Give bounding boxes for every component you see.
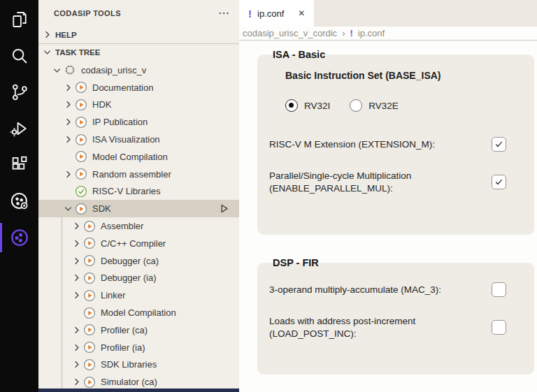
play-icon (75, 99, 87, 111)
config-form: ISA - BasicBasic Instruction Set (BASE_I… (239, 41, 537, 392)
search-icon[interactable] (0, 38, 38, 74)
tree-item-debugger-ia[interactable]: Debugger (ia) (38, 270, 239, 287)
close-icon[interactable]: ✕ (298, 8, 305, 18)
chevron-right-icon[interactable] (62, 168, 74, 180)
chevron-right-icon[interactable] (71, 359, 83, 370)
checkbox-unchecked[interactable] (492, 320, 506, 335)
field-label: RISC-V M Extension (EXTENSION_M): (269, 138, 479, 151)
tree-item-codasip-urisc-v[interactable]: codasip_urisc_v (38, 61, 239, 79)
tab-label: ip.conf (257, 8, 284, 19)
field-label: 3-operand multiply-accumulate (MAC_3): (269, 284, 479, 296)
twisty-spacer (62, 151, 74, 162)
chevron-right-icon[interactable] (71, 273, 83, 284)
run-and-debug-icon[interactable] (0, 110, 38, 147)
tree-item-documentation[interactable]: Documentation (38, 79, 239, 96)
breadcrumb-separator: › (342, 28, 345, 38)
warning-icon: ! (248, 8, 252, 20)
chevron-right-icon[interactable] (71, 238, 83, 249)
chevron-right-icon[interactable] (71, 342, 83, 353)
twisty-spacer (62, 186, 74, 197)
tree-item-risc-v-libraries[interactable]: RISC-V Libraries (38, 183, 239, 201)
source-control-icon[interactable] (0, 74, 38, 110)
tree-item-label: Assembler (101, 221, 143, 231)
chevron-down-icon[interactable] (51, 64, 63, 75)
tree-item-sdk-libraries[interactable]: SDK Libraries (38, 356, 239, 374)
task-tree: codasip_urisc_vDocumentationHDKIP Public… (38, 61, 239, 392)
tree-item-random-assembler[interactable]: Random assembler (38, 166, 239, 183)
checkbox-checked[interactable] (492, 175, 506, 189)
chevron-right-icon[interactable] (62, 117, 74, 128)
chevron-right-icon[interactable] (62, 82, 74, 93)
sidebar-title: CODASIP TOOLS (54, 9, 121, 17)
tree-item-model-compilation[interactable]: Model Compilation (38, 148, 239, 166)
tree-item-label: SDK (92, 203, 111, 214)
breadcrumb: codasip_urisc_v_cordic › ! ip.conf (239, 27, 537, 41)
tree-item-label: ISA Visualization (92, 134, 160, 145)
tree-item-label: Random assembler (92, 169, 171, 180)
tree-item-model-compilation[interactable]: Model Compilation (38, 304, 239, 321)
section-title: DSP - FIR (273, 257, 319, 268)
section-task-tree[interactable]: TASK TREE (38, 44, 239, 61)
checkbox-unchecked[interactable] (492, 282, 506, 297)
chevron-right-icon[interactable] (62, 99, 74, 110)
chevron-right-icon[interactable] (71, 324, 83, 335)
radio-option-rv32e[interactable]: RV32E (350, 99, 399, 112)
play-icon (83, 254, 96, 267)
play-icon (83, 341, 96, 354)
extensions-icon[interactable] (0, 147, 38, 183)
radio-label: RV32I (304, 101, 330, 111)
field-label: Loads with address post-increment (LOAD_… (269, 315, 479, 340)
warning-icon: ! (350, 28, 352, 38)
tree-item-linker[interactable]: Linker (38, 286, 239, 304)
breadcrumb-project[interactable]: codasip_urisc_v_cordic (243, 28, 337, 38)
run-task-icon[interactable] (219, 203, 239, 214)
chevron-right-icon[interactable] (71, 255, 83, 266)
codasip-tools-active-icon[interactable] (0, 219, 38, 256)
sidebar-header: CODASIP TOOLS ⋯ (38, 0, 239, 27)
radio-rv32e[interactable] (350, 99, 362, 112)
tree-item-c-c-compiler[interactable]: C/C++ Compiler (38, 235, 239, 252)
activity-bar (0, 0, 38, 392)
tree-item-label: Debugger (ia) (101, 273, 157, 283)
tree-item-profiler-ia[interactable]: Profiler (ia) (38, 339, 239, 356)
tree-item-label: SDK Libraries (101, 359, 157, 370)
play-icon (75, 81, 87, 94)
tree-item-sdk[interactable]: SDK (38, 200, 239, 217)
chevron-right-icon[interactable] (71, 221, 83, 232)
chevron-right-icon[interactable] (62, 134, 74, 145)
section-task-tree-label: TASK TREE (55, 48, 100, 57)
tree-item-isa-visualization[interactable]: ISA Visualization (38, 131, 239, 148)
chevron-right-icon[interactable] (71, 290, 83, 301)
tab-ip-conf[interactable]: ! ip.conf ✕ (239, 0, 314, 27)
tree-item-label: C/C++ Compiler (101, 238, 166, 249)
tree-item-label: Debugger (ca) (101, 256, 159, 266)
tree-item-debugger-ca[interactable]: Debugger (ca) (38, 252, 239, 270)
tree-item-label: codasip_urisc_v (81, 65, 146, 75)
checkbox-checked[interactable] (492, 137, 506, 152)
tree-item-profiler-ca[interactable]: Profiler (ca) (38, 321, 239, 339)
app-window: CODASIP TOOLS ⋯ HELP TASK TREE codasip_u… (0, 0, 537, 392)
config-field-parallel-single-cycle-multiplication-enable-parallel-mul: Parallel/Single-cycle Multiplication (EN… (269, 170, 506, 195)
field-label: Parallel/Single-cycle Multiplication (EN… (269, 170, 479, 195)
more-actions-icon[interactable]: ⋯ (218, 8, 229, 19)
check-icon (75, 185, 87, 198)
chevron-right-icon[interactable] (71, 377, 83, 388)
sidebar: CODASIP TOOLS ⋯ HELP TASK TREE codasip_u… (38, 0, 239, 392)
radio-option-rv32i[interactable]: RV32I (285, 99, 330, 112)
tree-item-hdk[interactable]: HDK (38, 96, 239, 114)
tree-item-assembler[interactable]: Assembler (38, 217, 239, 235)
explorer-icon[interactable] (0, 1, 38, 38)
section-subtitle: Basic Instruction Set (BASE_ISA) (285, 70, 506, 81)
breadcrumb-file[interactable]: ip.conf (358, 28, 385, 38)
config-field-risc-v-m-extension-extension-m: RISC-V M Extension (EXTENSION_M): (269, 137, 506, 152)
play-icon (75, 203, 87, 215)
codasip-tools-icon[interactable] (0, 183, 38, 219)
tree-item-label: Profiler (ia) (101, 342, 145, 353)
config-field-loads-with-address-post-increment-load-post-inc: Loads with address post-increment (LOAD_… (269, 315, 506, 340)
section-help[interactable]: HELP (38, 27, 239, 43)
radio-rv32i[interactable] (285, 99, 298, 112)
chip-icon (64, 64, 76, 76)
section-title: ISA - Basic (273, 49, 325, 60)
tree-item-ip-publication[interactable]: IP Publication (38, 113, 239, 131)
chevron-down-icon[interactable] (62, 203, 74, 215)
